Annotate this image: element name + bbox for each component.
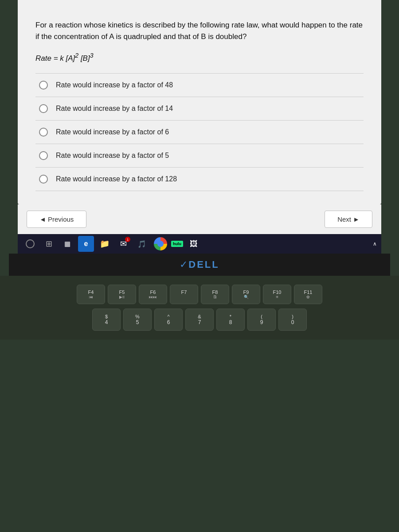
main-key-row: $ 4 % 5 ^ 6 & 7 * 8 ( 9 ) 0 — [4, 309, 395, 331]
key-f6[interactable]: F6 ⏭⏭ — [139, 285, 167, 304]
key-percent-5[interactable]: % 5 — [123, 309, 152, 331]
key-lparen-9[interactable]: ( 9 — [247, 309, 276, 331]
key-f7[interactable]: F7 — [170, 285, 198, 304]
radio-1[interactable] — [39, 81, 48, 90]
key-caret-6[interactable]: ^ 6 — [154, 309, 183, 331]
chrome-inner-icon — [157, 241, 164, 247]
key-f9[interactable]: F9 🔍 — [232, 285, 260, 304]
key-star-8[interactable]: * 8 — [216, 309, 245, 331]
option-3[interactable]: Rate would increase by a factor of 6 — [35, 121, 364, 144]
taskbar: ⊞ ▦ e 📁 ✉ 1 🎵 hulu 🖼 ∧ — [18, 234, 381, 254]
next-button[interactable]: Next ► — [325, 211, 372, 228]
edge-browser-button[interactable]: e — [78, 236, 94, 252]
chrome-button[interactable] — [153, 236, 168, 252]
rate-law: Rate = k [A]2 [B]3 — [35, 52, 364, 63]
quiz-panel: For a reaction whose kinetics is describ… — [18, 6, 381, 204]
option-1-label: Rate would increase by a factor of 48 — [56, 81, 173, 89]
option-4[interactable]: Rate would increase by a factor of 5 — [35, 144, 364, 168]
key-f4[interactable]: F4 ⏮ — [77, 285, 105, 304]
file-explorer-button[interactable]: 📁 — [97, 236, 113, 252]
radio-4[interactable] — [39, 151, 48, 160]
option-5[interactable]: Rate would increase by a factor of 128 — [35, 168, 364, 191]
key-rparen-0[interactable]: ) 0 — [278, 309, 307, 331]
radio-5[interactable] — [39, 175, 48, 184]
option-2[interactable]: Rate would increase by a factor of 14 — [35, 97, 364, 121]
chevron-up-icon[interactable]: ∧ — [373, 241, 377, 247]
option-2-label: Rate would increase by a factor of 14 — [56, 105, 173, 113]
option-3-label: Rate would increase by a factor of 6 — [56, 128, 169, 136]
dell-logo: DELL — [188, 259, 219, 270]
task-view-button[interactable]: ⊞ — [41, 236, 57, 252]
widgets-button[interactable]: ▦ — [59, 236, 75, 252]
option-1[interactable]: Rate would increase by a factor of 48 — [35, 73, 364, 97]
key-dollar-4[interactable]: $ 4 — [92, 309, 121, 331]
question-text: For a reaction whose kinetics is describ… — [35, 20, 364, 43]
bezel-area: ✓ DELL — [9, 254, 390, 276]
app-button[interactable]: 🎵 — [134, 236, 150, 252]
previous-button[interactable]: ◄ Previous — [27, 211, 86, 228]
key-f11[interactable]: F11 ✿ — [294, 285, 322, 304]
nav-area: ◄ Previous Next ► — [18, 204, 381, 234]
key-f10[interactable]: F10 ☀ — [263, 285, 291, 304]
photo-button[interactable]: 🖼 — [186, 236, 202, 252]
key-f8[interactable]: F8 🖺 — [201, 285, 229, 304]
dell-check-icon: ✓ — [180, 259, 188, 270]
keyboard-area: F4 ⏮ F5 ▶II F6 ⏭⏭ F7 F8 🖺 F9 🔍 F10 ☀ F11 — [0, 276, 399, 340]
mail-button[interactable]: ✉ 1 — [115, 236, 131, 252]
key-f5[interactable]: F5 ▶II — [108, 285, 136, 304]
fn-key-row: F4 ⏮ F5 ▶II F6 ⏭⏭ F7 F8 🖺 F9 🔍 F10 ☀ F11 — [4, 285, 395, 304]
hulu-button[interactable]: hulu — [171, 241, 183, 247]
radio-2[interactable] — [39, 104, 48, 113]
radio-3[interactable] — [39, 128, 48, 137]
windows-start-button[interactable] — [22, 236, 38, 252]
key-amp-7[interactable]: & 7 — [185, 309, 214, 331]
svg-point-0 — [26, 240, 34, 248]
option-5-label: Rate would increase by a factor of 128 — [56, 175, 177, 183]
option-4-label: Rate would increase by a factor of 5 — [56, 152, 169, 160]
